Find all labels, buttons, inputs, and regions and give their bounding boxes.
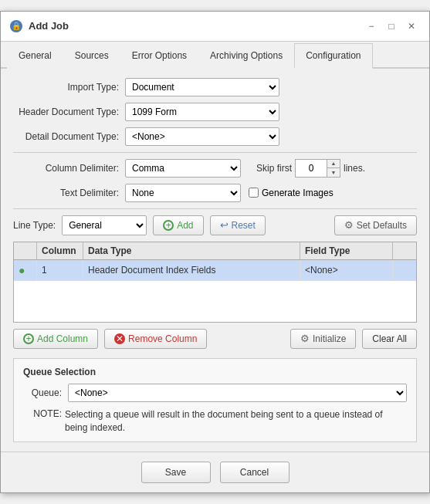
import-type-select[interactable]: Document bbox=[125, 78, 279, 96]
import-type-control: Document bbox=[125, 78, 279, 96]
close-button[interactable]: ✕ bbox=[403, 18, 420, 35]
generate-images-label: Generate Images bbox=[262, 188, 334, 198]
titlebar-controls: − □ ✕ bbox=[363, 18, 420, 35]
detail-doc-type-label: Detail Document Type: bbox=[13, 131, 125, 142]
col-header-datatype: Data Type bbox=[83, 242, 300, 259]
linetype-select[interactable]: General Detail Header bbox=[62, 215, 147, 235]
col-header-end bbox=[393, 242, 416, 259]
tab-general[interactable]: General bbox=[7, 43, 63, 69]
skip-first-label: Skip first bbox=[256, 163, 292, 174]
text-delimiter-select[interactable]: None Double Quote Single Quote bbox=[125, 184, 241, 202]
queue-label: Queue: bbox=[23, 387, 62, 398]
initialize-label: Initialize bbox=[313, 333, 346, 344]
column-delimiter-select[interactable]: Comma Tab Pipe bbox=[125, 159, 241, 178]
queue-select[interactable]: <None> bbox=[68, 384, 407, 402]
queue-section: Queue Selection Queue: <None> NOTE: Sele… bbox=[13, 358, 417, 443]
table-row[interactable]: ● 1 Header Document Index Fields <None> bbox=[14, 260, 416, 281]
window-icon: 🔒 bbox=[10, 20, 22, 32]
note-row: NOTE: Selecting a queue will result in t… bbox=[23, 408, 407, 435]
skip-spinner: ▲ ▼ bbox=[295, 159, 340, 178]
initialize-button[interactable]: ⚙ Initialize bbox=[290, 329, 356, 349]
header-doc-type-label: Header Document Type: bbox=[13, 107, 125, 117]
add-button[interactable]: + Add bbox=[153, 215, 203, 235]
column-delimiter-label: Column Delimiter: bbox=[13, 163, 125, 174]
linetype-row: Line Type: General Detail Header + Add ↩… bbox=[13, 215, 417, 235]
spin-up-button[interactable]: ▲ bbox=[327, 160, 340, 168]
col-header-column: Column bbox=[37, 242, 83, 259]
spin-down-button[interactable]: ▼ bbox=[327, 168, 340, 177]
maximize-button[interactable]: □ bbox=[383, 18, 400, 35]
skip-first-suffix: lines. bbox=[344, 163, 365, 174]
reset-button[interactable]: ↩ Reset bbox=[210, 215, 266, 235]
initialize-icon: ⚙ bbox=[300, 333, 310, 344]
row-datatype-cell: Header Document Index Fields bbox=[83, 260, 300, 280]
skip-first-input[interactable] bbox=[296, 160, 327, 177]
import-type-label: Import Type: bbox=[13, 82, 125, 93]
row-end-cell bbox=[393, 260, 416, 280]
import-type-row: Import Type: Document bbox=[13, 78, 417, 96]
table-body: ● 1 Header Document Index Fields <None> bbox=[14, 260, 416, 322]
row-icon-cell: ● bbox=[14, 260, 37, 280]
queue-row: Queue: <None> bbox=[23, 384, 407, 402]
generate-images-checkbox[interactable] bbox=[249, 188, 259, 198]
header-doc-type-row: Header Document Type: 1099 Form bbox=[13, 103, 417, 121]
gear-icon: ⚙ bbox=[344, 219, 354, 231]
generate-images-row: Generate Images bbox=[249, 188, 334, 198]
set-defaults-button[interactable]: ⚙ Set Defaults bbox=[334, 215, 417, 235]
add-column-button[interactable]: + Add Column bbox=[13, 329, 98, 349]
detail-doc-type-select[interactable]: <None> bbox=[125, 127, 279, 146]
tab-bar: General Sources Error Options Archiving … bbox=[1, 42, 429, 69]
text-delimiter-row: Text Delimiter: None Double Quote Single… bbox=[13, 184, 417, 202]
remove-column-label: Remove Column bbox=[128, 333, 197, 344]
tab-archiving-options[interactable]: Archiving Options bbox=[198, 43, 294, 69]
clear-all-label: Clear All bbox=[372, 333, 407, 344]
column-delimiter-row: Column Delimiter: Comma Tab Pipe Skip fi… bbox=[13, 159, 417, 178]
clear-all-button[interactable]: Clear All bbox=[362, 329, 417, 349]
queue-section-title: Queue Selection bbox=[23, 367, 407, 377]
divider-2 bbox=[13, 208, 417, 209]
add-button-label: Add bbox=[177, 220, 193, 231]
add-column-icon: + bbox=[23, 333, 34, 344]
detail-doc-type-control: <None> bbox=[125, 127, 279, 146]
data-table: Column Data Type Field Type ● 1 Header D… bbox=[13, 242, 417, 323]
remove-column-icon: ✕ bbox=[114, 333, 125, 344]
save-button[interactable]: Save bbox=[141, 462, 211, 483]
cancel-button[interactable]: Cancel bbox=[220, 462, 289, 483]
main-content: Import Type: Document Header Document Ty… bbox=[1, 69, 429, 452]
tab-configuration[interactable]: Configuration bbox=[294, 43, 372, 69]
minimize-button[interactable]: − bbox=[363, 18, 380, 35]
skip-section: Skip first ▲ ▼ lines. bbox=[256, 159, 365, 178]
reset-button-label: Reset bbox=[232, 220, 256, 231]
tab-error-options[interactable]: Error Options bbox=[120, 43, 198, 69]
add-icon: + bbox=[163, 220, 174, 231]
reset-icon: ↩ bbox=[220, 219, 229, 231]
set-defaults-label: Set Defaults bbox=[357, 220, 407, 231]
titlebar-left: 🔒 Add Job bbox=[10, 20, 69, 32]
titlebar: 🔒 Add Job − □ ✕ bbox=[1, 12, 429, 42]
add-column-label: Add Column bbox=[37, 333, 88, 344]
detail-doc-type-row: Detail Document Type: <None> bbox=[13, 127, 417, 146]
col-header-fieldtype: Field Type bbox=[300, 242, 393, 259]
header-doc-type-select[interactable]: 1099 Form bbox=[125, 103, 279, 121]
note-label: NOTE: bbox=[23, 408, 62, 419]
remove-column-button[interactable]: ✕ Remove Column bbox=[104, 329, 207, 349]
note-text: Selecting a queue will result in the doc… bbox=[65, 408, 407, 435]
row-fieldtype-cell: <None> bbox=[300, 260, 393, 280]
main-window: 🔒 Add Job − □ ✕ General Sources Error Op… bbox=[0, 11, 430, 494]
table-header: Column Data Type Field Type bbox=[14, 242, 416, 260]
header-doc-type-control: 1099 Form bbox=[125, 103, 279, 121]
row-status-icon: ● bbox=[19, 264, 25, 276]
tab-sources[interactable]: Sources bbox=[63, 43, 120, 69]
footer: Save Cancel bbox=[1, 452, 429, 492]
table-action-buttons: + Add Column ✕ Remove Column ⚙ Initializ… bbox=[13, 329, 417, 349]
divider-1 bbox=[13, 152, 417, 153]
col-header-icon bbox=[14, 242, 37, 259]
linetype-label: Line Type: bbox=[13, 220, 56, 231]
spin-arrows: ▲ ▼ bbox=[327, 160, 340, 177]
window-title: Add Job bbox=[29, 20, 69, 32]
row-column-cell: 1 bbox=[37, 260, 83, 280]
text-delimiter-label: Text Delimiter: bbox=[13, 188, 125, 198]
